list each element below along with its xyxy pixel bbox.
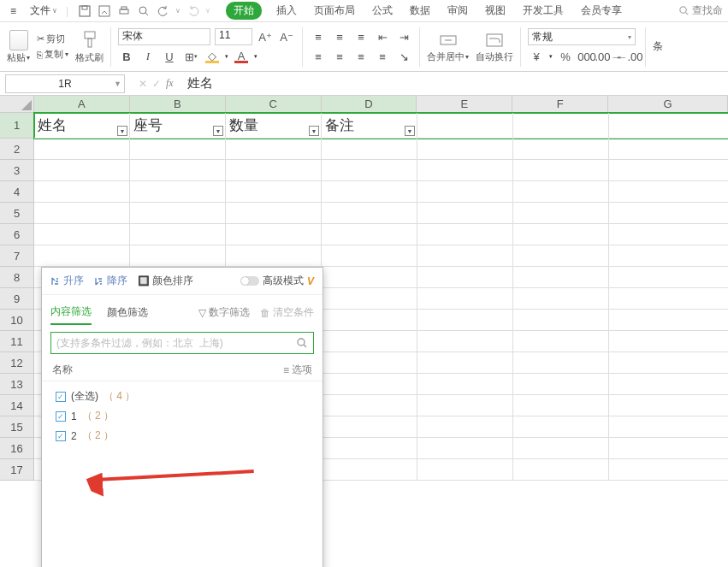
cell[interactable]: [513, 113, 609, 139]
cell[interactable]: [130, 245, 226, 267]
clear-filter-button[interactable]: 🗑清空条件: [260, 305, 314, 320]
cell[interactable]: [609, 374, 728, 395]
cell[interactable]: 姓名▼: [34, 113, 130, 139]
cell[interactable]: [226, 181, 322, 203]
cell[interactable]: [609, 139, 728, 160]
save-icon[interactable]: [77, 3, 92, 18]
name-box[interactable]: 1R ▼: [5, 74, 125, 93]
cell[interactable]: [226, 224, 322, 245]
sort-desc-button[interactable]: 降序: [94, 274, 127, 288]
row-header[interactable]: 10: [0, 310, 34, 331]
cell[interactable]: [322, 310, 417, 331]
row-header[interactable]: 15: [0, 416, 34, 438]
cell[interactable]: [130, 203, 226, 224]
cell[interactable]: [513, 416, 609, 438]
filter-search[interactable]: [50, 332, 314, 354]
cell[interactable]: [609, 352, 728, 374]
format-painter-button[interactable]: 格式刷: [75, 30, 104, 64]
cell[interactable]: [322, 181, 417, 203]
cell[interactable]: [513, 139, 609, 160]
cell[interactable]: [417, 416, 513, 438]
align-bottom-icon[interactable]: ≡: [352, 28, 370, 45]
cell[interactable]: [322, 203, 417, 224]
cell[interactable]: [417, 310, 513, 331]
cell[interactable]: [417, 331, 513, 352]
tab-membership[interactable]: 会员专享: [578, 2, 624, 20]
cell[interactable]: [513, 181, 609, 203]
row-header[interactable]: 13: [0, 374, 34, 395]
cell[interactable]: [417, 438, 513, 459]
cell[interactable]: [34, 245, 130, 267]
cell[interactable]: [417, 203, 513, 224]
cell[interactable]: [34, 160, 130, 181]
cell[interactable]: [513, 459, 609, 481]
cell[interactable]: [226, 203, 322, 224]
tab-review[interactable]: 审阅: [445, 2, 471, 20]
increase-decimal-icon[interactable]: .00→: [600, 48, 617, 65]
number-filter-button[interactable]: ▽数字筛选: [198, 305, 250, 320]
cell[interactable]: [322, 245, 417, 267]
cell[interactable]: [417, 224, 513, 245]
cell[interactable]: [130, 139, 226, 160]
merge-center-button[interactable]: 合并居中▾: [427, 31, 469, 63]
font-size-select[interactable]: 11: [215, 28, 252, 45]
cancel-edit-icon[interactable]: ✕: [139, 78, 147, 90]
row-header[interactable]: 4: [0, 181, 34, 203]
cell[interactable]: [609, 160, 728, 181]
cell[interactable]: [417, 160, 513, 181]
align-left-icon[interactable]: ≡: [310, 48, 327, 65]
cell[interactable]: 数量▼: [226, 113, 322, 139]
file-menu[interactable]: 文件 ∨: [25, 2, 62, 20]
underline-button[interactable]: U: [161, 48, 178, 65]
cell[interactable]: [417, 352, 513, 374]
color-filter-tab[interactable]: 颜色筛选: [107, 301, 148, 324]
preview-icon[interactable]: [136, 3, 151, 18]
print-icon[interactable]: [116, 3, 131, 18]
increase-indent-icon[interactable]: ⇥: [395, 28, 412, 45]
cell[interactable]: [513, 438, 609, 459]
content-filter-tab[interactable]: 内容筛选: [50, 300, 92, 325]
row-header[interactable]: 7: [0, 245, 34, 267]
cell[interactable]: [130, 181, 226, 203]
copy-button[interactable]: ⎘复制▾: [37, 48, 68, 61]
row-header[interactable]: 1: [0, 113, 34, 139]
advanced-mode-toggle[interactable]: 高级模式 V: [240, 274, 314, 288]
cell[interactable]: [322, 224, 417, 245]
cell[interactable]: [417, 288, 513, 310]
row-header[interactable]: 6: [0, 224, 34, 245]
cell[interactable]: 座号▼: [130, 113, 226, 139]
cell[interactable]: [609, 331, 728, 352]
decrease-indent-icon[interactable]: ⇤: [374, 28, 391, 45]
align-top-icon[interactable]: ≡: [310, 28, 327, 45]
bold-button[interactable]: B: [118, 48, 135, 65]
decrease-decimal-icon[interactable]: ←.00: [621, 48, 638, 65]
filter-dropdown-icon[interactable]: ▼: [213, 126, 223, 136]
chevron-down-icon[interactable]: ▾: [254, 53, 257, 60]
row-header[interactable]: 12: [0, 352, 34, 374]
cell[interactable]: [609, 416, 728, 438]
align-right-icon[interactable]: ≡: [352, 48, 370, 65]
cell[interactable]: [513, 267, 609, 288]
tab-data[interactable]: 数据: [407, 2, 433, 20]
color-sort-button[interactable]: 🔲颜色排序: [138, 274, 193, 288]
wrap-text-button[interactable]: 自动换行: [476, 31, 513, 63]
filter-dropdown-icon[interactable]: ▼: [117, 126, 127, 136]
tab-start[interactable]: 开始: [226, 2, 262, 20]
number-format-select[interactable]: 常规▾: [528, 28, 636, 45]
cell[interactable]: [609, 395, 728, 416]
undo-icon[interactable]: [156, 3, 170, 18]
cell[interactable]: [417, 139, 513, 160]
row-header[interactable]: 11: [0, 331, 34, 352]
confirm-edit-icon[interactable]: ✓: [152, 78, 161, 90]
tab-page-layout[interactable]: 页面布局: [311, 2, 358, 20]
cell[interactable]: [322, 331, 417, 352]
cell[interactable]: [513, 203, 609, 224]
cell[interactable]: [609, 459, 728, 481]
row-header[interactable]: 17: [0, 459, 34, 481]
italic-button[interactable]: I: [139, 48, 157, 65]
row-header[interactable]: 8: [0, 267, 34, 288]
cell[interactable]: [513, 288, 609, 310]
cell[interactable]: [417, 395, 513, 416]
cell[interactable]: [130, 160, 226, 181]
cell[interactable]: [513, 224, 609, 245]
